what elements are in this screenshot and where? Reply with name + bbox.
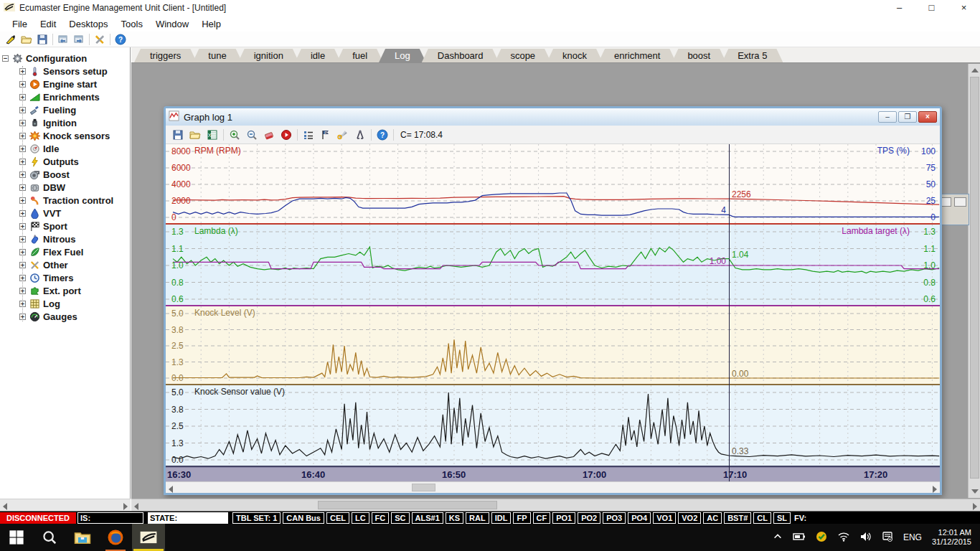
record-button[interactable] [278, 127, 295, 143]
edit-button[interactable] [3, 32, 19, 47]
battery-icon[interactable] [793, 532, 806, 544]
export-excel-button[interactable]: X [204, 127, 221, 143]
expand-icon[interactable]: + [19, 236, 26, 242]
scroll-right-icon[interactable] [933, 486, 937, 493]
tab-tune[interactable]: tune [192, 49, 242, 62]
ecumaster-taskbar-button[interactable] [132, 524, 165, 551]
graph-close-button[interactable]: × [918, 111, 937, 123]
expand-icon[interactable]: + [19, 171, 26, 178]
graph-window-titlebar[interactable]: Graph log 1 – ❐ × [166, 108, 940, 126]
expand-icon[interactable]: + [19, 68, 26, 75]
search-button[interactable] [33, 524, 66, 551]
chart-panel-knock-level[interactable]: 5.03.82.51.30.0Knock Level (V)0.00 [166, 306, 940, 385]
menu-tools[interactable]: Tools [115, 17, 149, 31]
open-log-button[interactable] [187, 127, 204, 143]
sidebar-item-dbw[interactable]: +DBW [0, 181, 130, 194]
content-vscroll-thumb[interactable] [970, 77, 979, 479]
expand-icon[interactable]: + [19, 81, 26, 88]
settings-button[interactable] [334, 127, 352, 143]
graph-restore-button[interactable]: ❐ [898, 111, 917, 123]
sidebar-item-outputs[interactable]: +Outputs [0, 155, 130, 168]
tab-ignition[interactable]: ignition [238, 49, 299, 62]
desktop-save-button[interactable] [71, 32, 87, 47]
chart-panel-rpm-tps[interactable]: 80006000400020000RPM (RPM)1007550250TPS … [166, 144, 940, 225]
action-center-icon[interactable] [882, 531, 893, 545]
sidebar-item-configuration[interactable]: −Configuration [0, 52, 130, 65]
tab-scope[interactable]: scope [494, 49, 551, 62]
collapse-icon[interactable]: − [2, 55, 9, 62]
tab-fuel[interactable]: fuel [336, 49, 383, 62]
chart-panel-lambda[interactable]: 1.31.11.00.80.6Lambda (λ)1.31.11.00.80.6… [166, 225, 940, 306]
sidebar-item-idle[interactable]: +Idle [0, 142, 130, 155]
open-button[interactable] [19, 32, 34, 47]
expand-icon[interactable]: + [19, 120, 26, 126]
file-explorer-button[interactable] [66, 524, 99, 551]
scroll-left-icon[interactable] [3, 503, 7, 510]
close-button[interactable]: × [948, 0, 980, 16]
clear-button[interactable] [260, 127, 278, 143]
scroll-left-icon[interactable] [169, 486, 173, 493]
sidebar-item-engine-start[interactable]: +Engine start [0, 77, 130, 90]
content-hscrollbar[interactable] [131, 499, 980, 511]
expand-icon[interactable]: + [19, 133, 26, 139]
expand-icon[interactable]: + [19, 275, 26, 281]
expand-icon[interactable]: + [19, 314, 26, 320]
language-indicator[interactable]: ENG [903, 532, 922, 542]
sidebar-item-fueling[interactable]: +Fueling [0, 103, 130, 116]
help-button[interactable]: ? [113, 32, 128, 47]
sidebar-item-enrichments[interactable]: +Enrichments [0, 90, 130, 103]
expand-icon[interactable]: + [19, 159, 26, 165]
marker-button[interactable]: P [317, 127, 334, 143]
sidebar-hscrollbar[interactable] [0, 499, 131, 511]
tools-button[interactable] [92, 32, 108, 47]
tab-extra-5[interactable]: Extra 5 [722, 49, 783, 62]
sidebar-item-log[interactable]: +Log [0, 297, 130, 310]
sidebar-item-boost[interactable]: +Boost [0, 168, 130, 181]
scroll-right-icon[interactable] [123, 503, 128, 510]
expand-icon[interactable]: + [19, 146, 26, 152]
measure-button[interactable] [352, 127, 369, 143]
save-button[interactable] [34, 32, 50, 47]
expand-icon[interactable]: + [19, 288, 26, 294]
tab-idle[interactable]: idle [295, 49, 341, 62]
expand-icon[interactable]: + [19, 184, 26, 191]
sidebar-item-nitrous[interactable]: +Nitrous [0, 232, 130, 245]
scroll-down-icon[interactable] [971, 489, 979, 494]
menu-desktops[interactable]: Desktops [62, 17, 114, 31]
log-cursor-line[interactable] [729, 144, 730, 481]
tab-boost[interactable]: boost [672, 49, 726, 62]
zoom-out-button[interactable] [243, 127, 260, 143]
tab-log[interactable]: Log [379, 49, 426, 62]
wifi-icon[interactable] [837, 532, 850, 544]
channels-button[interactable] [300, 127, 317, 143]
taskbar-clock[interactable]: 12:01 AM 31/12/2015 [932, 528, 971, 547]
sidebar-item-timers[interactable]: +Timers [0, 271, 130, 284]
expand-icon[interactable]: + [19, 197, 26, 204]
menu-edit[interactable]: Edit [34, 17, 62, 31]
chart-panel-knock-sensor[interactable]: 5.03.82.51.30.0Knock Sensor value (V)0.3… [166, 385, 940, 467]
expand-icon[interactable]: + [19, 262, 26, 268]
sidebar-item-ignition[interactable]: +Ignition [0, 116, 130, 129]
content-hscroll-thumb[interactable] [318, 501, 497, 509]
tray-chevron-icon[interactable] [773, 532, 783, 544]
content-vscrollbar[interactable] [968, 64, 980, 498]
expand-icon[interactable]: + [19, 223, 26, 230]
expand-icon[interactable]: + [19, 249, 26, 255]
maximize-icon[interactable] [954, 197, 966, 207]
volume-icon[interactable] [860, 532, 872, 544]
expand-icon[interactable]: + [19, 301, 26, 307]
desktop-restore-button[interactable] [55, 32, 71, 47]
expand-icon[interactable]: + [19, 210, 26, 217]
graph-hscroll-thumb[interactable] [412, 484, 435, 491]
sidebar-item-flex-fuel[interactable]: +Flex Fuel [0, 245, 130, 258]
help-graph-button[interactable]: ? [374, 127, 391, 143]
tab-enrichment[interactable]: enrichment [598, 49, 676, 62]
sidebar-item-traction-control[interactable]: +Traction control [0, 194, 130, 207]
sidebar-item-gauges[interactable]: +Gauges [0, 310, 130, 323]
start-button[interactable] [0, 524, 33, 551]
save-log-button[interactable] [169, 127, 187, 143]
scroll-right-icon[interactable] [973, 503, 977, 510]
scroll-up-icon[interactable] [971, 68, 979, 72]
sidebar-item-sensors-setup[interactable]: +Sensors setup [0, 65, 130, 77]
graph-minimize-button[interactable]: – [878, 111, 897, 123]
